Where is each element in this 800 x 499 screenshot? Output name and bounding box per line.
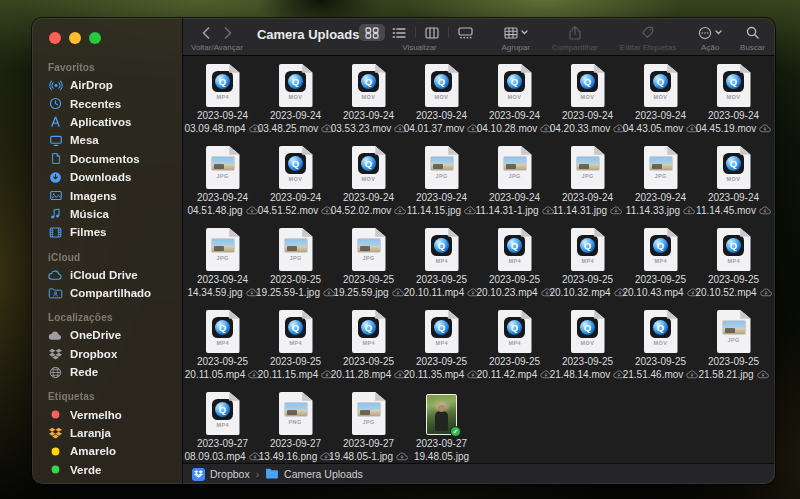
file-item[interactable]: QMOV 2023-09-24 04.43.05.mov	[624, 59, 697, 141]
sidebar-item-recentes[interactable]: Recentes	[39, 94, 175, 112]
file-item[interactable]: QMP4 2023-09-25 20.10.52.mp4	[697, 223, 770, 305]
quicktime-icon: Q	[723, 235, 744, 256]
path-crumb-camera-uploads[interactable]: Camera Uploads	[265, 468, 363, 481]
view-list-button[interactable]	[386, 24, 412, 41]
file-item[interactable]: JPG 2023-09-24 11.14.33.jpg	[624, 141, 697, 223]
file-item[interactable]: QMOV 2023-09-24 04.45.19.mov	[697, 59, 770, 141]
file-item[interactable]: QMP4 2023-09-25 20.11.05.mp4	[186, 305, 259, 387]
sidebar-item-label: Mesa	[70, 134, 99, 146]
file-item[interactable]: QMP4 2023-09-25 20.11.28.mp4	[332, 305, 405, 387]
quicktime-icon: Q	[285, 153, 306, 174]
action-button[interactable]: Ação	[698, 18, 722, 55]
view-columns-button[interactable]	[419, 24, 445, 41]
file-item[interactable]: QMP4 2023-09-25 20.10.11.mp4	[405, 223, 478, 305]
sidebar-item-downloads[interactable]: Downloads	[39, 168, 175, 186]
view-grid-button[interactable]	[359, 24, 385, 41]
file-item[interactable]: JPG 2023-09-24 11.14.15.jpg	[405, 141, 478, 223]
file-item[interactable]: ✓ 2023-09-27 19.48.05.jpg	[405, 387, 478, 463]
back-button[interactable]	[195, 27, 217, 39]
sidebar-section-title: Etiquetas	[39, 381, 175, 405]
path-crumb-label: Dropbox	[210, 468, 250, 480]
sidebar-item-documentos[interactable]: Documentos	[39, 150, 175, 168]
forward-button[interactable]	[217, 27, 239, 39]
file-item[interactable]: QMOV 2023-09-24 11.14.45.mov	[697, 141, 770, 223]
file-item[interactable]: QMP4 2023-09-25 20.11.42.mp4	[478, 305, 551, 387]
file-item[interactable]: QMP4 2023-09-25 20.10.32.mp4	[551, 223, 624, 305]
sidebar-item-onedrive[interactable]: OneDrive	[39, 326, 175, 344]
path-crumb-dropbox[interactable]: Dropbox	[192, 468, 250, 481]
file-item[interactable]: QMOV 2023-09-24 04.52.02.mov	[332, 141, 405, 223]
sidebar-item-azul[interactable]: Azul	[39, 479, 175, 484]
document-file-icon: QMP4	[425, 228, 459, 271]
document-file-icon: JPG	[425, 146, 459, 189]
sidebar-item-mesa[interactable]: Mesa	[39, 131, 175, 149]
file-item[interactable]: QMP4 2023-09-25 20.10.43.mp4	[624, 223, 697, 305]
file-item[interactable]: JPG 2023-09-25 19.25.59.jpg	[332, 223, 405, 305]
sidebar-item-label: Música	[70, 208, 109, 220]
file-item[interactable]: QMP4 2023-09-24 03.09.48.mp4	[186, 59, 259, 141]
share-icon	[569, 26, 581, 40]
file-item[interactable]: QMOV 2023-09-24 03.48.25.mov	[259, 59, 332, 141]
quicktime-icon: Q	[431, 235, 452, 256]
sidebar-item-rede[interactable]: Rede	[39, 363, 175, 381]
file-item[interactable]: QMOV 2023-09-24 04.01.37.mov	[405, 59, 478, 141]
view-gallery-button[interactable]	[452, 24, 479, 41]
file-item[interactable]: QMP4 2023-09-25 20.11.35.mp4	[405, 305, 478, 387]
file-item[interactable]: QMOV 2023-09-24 03.53.23.mov	[332, 59, 405, 141]
image-preview	[284, 402, 308, 417]
file-item[interactable]: QMP4 2023-09-25 20.10.23.mp4	[478, 223, 551, 305]
file-item[interactable]: QMP4 2023-09-25 20.11.15.mp4	[259, 305, 332, 387]
sidebar-item-compartilhado[interactable]: Compartilhado	[39, 284, 175, 302]
path-separator: ›	[255, 469, 260, 480]
file-name: 19.48.05-1.jpg	[329, 451, 393, 464]
file-name: 11.14.31-1.jpg	[475, 205, 538, 218]
file-item[interactable]: JPG 2023-09-24 14.34.59.jpg	[186, 223, 259, 305]
zoom-window-button[interactable]	[89, 32, 101, 44]
file-item[interactable]: JPG 2023-09-24 11.14.31.jpg	[551, 141, 624, 223]
file-date: 2023-09-25	[343, 274, 394, 287]
file-item[interactable]: PNG 2023-09-27 13.49.16.png	[259, 387, 332, 463]
search-icon	[746, 26, 759, 39]
file-item[interactable]: QMOV 2023-09-25 21.48.14.mov	[551, 305, 624, 387]
sidebar-item-label: Laranja	[70, 427, 111, 439]
clock-icon	[48, 97, 63, 111]
file-item[interactable]: QMOV 2023-09-24 04.51.52.mov	[259, 141, 332, 223]
file-item[interactable]: JPG 2023-09-25 19.25.59-1.jpg	[259, 223, 332, 305]
file-item[interactable]: JPG 2023-09-27 19.48.05-1.jpg	[332, 387, 405, 463]
sidebar-item-aplicativos[interactable]: Aplicativos	[39, 113, 175, 131]
file-item[interactable]: JPG 2023-09-24 04.51.48.jpg	[186, 141, 259, 223]
sidebar-item-airdrop[interactable]: AirDrop	[39, 76, 175, 94]
sidebar-item-m-sica[interactable]: Música	[39, 205, 175, 223]
file-item[interactable]: JPG 2023-09-24 11.14.31-1.jpg	[478, 141, 551, 223]
close-window-button[interactable]	[49, 32, 61, 44]
sidebar-item-laranja[interactable]: Laranja	[39, 424, 175, 442]
sidebar-item-icloud-drive[interactable]: iCloud Drive	[39, 266, 175, 284]
sidebar-item-filmes[interactable]: Filmes	[39, 223, 175, 241]
minimize-window-button[interactable]	[69, 32, 81, 44]
file-item[interactable]: QMOV 2023-09-24 04.10.28.mov	[478, 59, 551, 141]
sidebar-item-vermelho[interactable]: Vermelho	[39, 405, 175, 423]
file-item[interactable]: QMOV 2023-09-25 21.51.46.mov	[624, 305, 697, 387]
search-button[interactable]: Buscar	[740, 18, 765, 55]
file-name: 04.51.48.jpg	[187, 205, 242, 218]
file-name: 20.10.43.mp4	[622, 287, 683, 300]
file-item[interactable]: QMOV 2023-09-24 04.20.33.mov	[551, 59, 624, 141]
image-preview	[576, 156, 600, 171]
sidebar-item-imagens[interactable]: Imagens	[39, 186, 175, 204]
main-area: Voltar/Avançar Camera Uploads	[182, 18, 775, 484]
view-label: Visualizar	[402, 43, 437, 52]
sidebar-item-amarelo[interactable]: Amarelo	[39, 442, 175, 460]
sidebar-item-dropbox[interactable]: Dropbox	[39, 345, 175, 363]
quicktime-icon: Q	[577, 235, 598, 256]
edit-tags-button[interactable]: Editar Etiquetas	[620, 18, 676, 55]
group-button[interactable]: Agrupar	[501, 18, 529, 55]
cloud-download-icon	[759, 206, 771, 215]
file-item[interactable]: JPG 2023-09-25 21.58.21.jpg	[697, 305, 770, 387]
file-item[interactable]: QMP4 2023-09-27 08.09.03.mp4	[186, 387, 259, 463]
tag-dot-icon	[48, 481, 63, 484]
file-date: 2023-09-25	[343, 356, 394, 369]
share-button[interactable]: Compartilhar	[552, 18, 598, 55]
dropbox-tag-icon	[48, 426, 63, 440]
document-file-icon: QMP4	[717, 228, 751, 271]
sidebar-item-verde[interactable]: Verde	[39, 461, 175, 479]
